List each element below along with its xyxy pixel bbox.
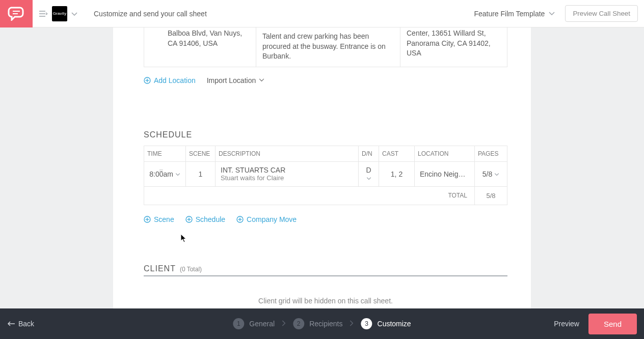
location-cell[interactable]: Encino Neighborhood <box>415 161 475 186</box>
add-schedule-label: Schedule <box>196 215 225 223</box>
project-badge: Gravity <box>52 6 67 21</box>
schedule-section: ≡ TIME SCENE DESCRIPTION D/N CAST LOCATI… <box>144 146 507 205</box>
schedule-table: TIME SCENE DESCRIPTION D/N CAST LOCATION… <box>144 146 507 205</box>
dn-cell[interactable]: D <box>359 161 379 186</box>
client-section-header: CLIENT (0 Total) <box>144 264 507 276</box>
time-cell[interactable]: 8:00am <box>144 161 186 186</box>
table-row[interactable]: 1 Lake Balboa/Anthony C. Beilenson Park,… <box>144 27 507 67</box>
step-number: 1 <box>233 318 244 329</box>
send-button[interactable]: Send <box>588 314 637 334</box>
sidebar-toggle-icon <box>39 10 48 17</box>
drag-handle-icon[interactable]: ≡ <box>159 169 163 173</box>
parking-note: Talent and crew parking has been procure… <box>262 32 394 62</box>
table-row[interactable]: 8:00am 1 INT. STUARTS CAR Stuart waits f… <box>144 161 507 186</box>
parking-title: Balboa Blvd. & Burbank Blvd., United Sta… <box>262 27 394 29</box>
dn-value: D <box>366 166 371 174</box>
location-actions: Add Location Import Location <box>144 76 507 84</box>
main-content: ≡ 1 Lake Balboa/Anthony C. Beilenson Par… <box>0 27 644 308</box>
location-address: Lake Balboa/Anthony C. Beilenson Park, 6… <box>168 27 250 48</box>
col-scene: SCENE <box>186 146 216 161</box>
col-cast: CAST <box>379 146 415 161</box>
top-bar: Gravity Customize and send your call she… <box>0 0 644 27</box>
step-customize[interactable]: 3 Customize <box>361 318 411 329</box>
cast-cell[interactable]: 1, 2 <box>379 161 415 186</box>
preview-button[interactable]: Preview <box>554 320 579 328</box>
add-location-label: Add Location <box>154 76 196 84</box>
description-sub: Stuart waits for Claire <box>221 174 353 182</box>
description-cell[interactable]: INT. STUARTS CAR Stuart waits for Claire <box>216 161 359 186</box>
project-selector[interactable]: Gravity <box>33 6 84 21</box>
pages-value: 5/8 <box>482 170 492 178</box>
step-label: Customize <box>378 320 411 328</box>
page-title: Customize and send your call sheet <box>94 10 207 18</box>
chevron-down-icon <box>259 78 264 82</box>
back-label: Back <box>18 320 34 328</box>
arrow-left-icon <box>7 321 15 326</box>
col-time: TIME <box>144 146 186 161</box>
total-label: TOTAL <box>144 186 475 205</box>
template-dropdown[interactable]: Feature Film Template <box>474 10 555 18</box>
step-number: 3 <box>361 318 372 329</box>
call-sheet-paper: ≡ 1 Lake Balboa/Anthony C. Beilenson Par… <box>113 27 531 308</box>
chevron-down-icon <box>494 173 499 176</box>
schedule-total-row: TOTAL 5/8 <box>144 186 507 205</box>
chevron-down-icon <box>549 12 555 16</box>
total-value: 5/8 <box>475 186 507 205</box>
location-row-wrap: ≡ 1 Lake Balboa/Anthony C. Beilenson Par… <box>144 27 507 67</box>
add-company-move-button[interactable]: Company Move <box>236 215 297 223</box>
chevron-right-icon <box>350 320 354 328</box>
col-location: LOCATION <box>415 146 475 161</box>
logo-icon <box>8 7 25 21</box>
table-header-row: TIME SCENE DESCRIPTION D/N CAST LOCATION… <box>144 146 507 161</box>
client-empty-message: Client grid will be hidden on this call … <box>144 297 507 305</box>
plus-circle-icon <box>144 216 151 223</box>
pages-cell[interactable]: 5/8 <box>475 161 507 186</box>
chevron-down-icon <box>366 177 371 180</box>
location-parking-cell[interactable]: Balboa Blvd. & Burbank Blvd., United Sta… <box>256 27 400 67</box>
location-hospital-cell[interactable]: Kaiser Permanente Panorama City Medical … <box>400 27 507 67</box>
chevron-down-icon <box>175 173 180 176</box>
client-count: (0 Total) <box>180 266 202 273</box>
plus-circle-icon <box>236 216 244 223</box>
description-title: INT. STUARTS CAR <box>221 166 353 174</box>
col-description: DESCRIPTION <box>216 146 359 161</box>
step-number: 2 <box>293 318 304 329</box>
preview-call-sheet-button[interactable]: Preview Call Sheet <box>565 5 638 22</box>
col-pages: PAGES <box>475 146 507 161</box>
step-general[interactable]: 1 General <box>233 318 275 329</box>
hospital-address: Kaiser Permanente Panorama City Medical … <box>407 27 491 57</box>
add-location-button[interactable]: Add Location <box>144 76 196 84</box>
client-title: CLIENT <box>144 264 176 273</box>
app-logo[interactable] <box>0 0 33 27</box>
add-scene-button[interactable]: Scene <box>144 215 174 223</box>
scene-cell[interactable]: 1 <box>186 161 216 186</box>
add-company-move-label: Company Move <box>247 215 297 223</box>
import-location-label: Import Location <box>207 76 256 84</box>
back-button[interactable]: Back <box>7 320 34 328</box>
import-location-button[interactable]: Import Location <box>207 76 265 84</box>
chevron-down-icon <box>71 10 77 18</box>
template-label: Feature Film Template <box>474 10 545 18</box>
plus-circle-icon <box>144 77 151 84</box>
schedule-title: SCHEDULE <box>144 130 507 139</box>
locations-table: 1 Lake Balboa/Anthony C. Beilenson Park,… <box>144 27 507 67</box>
bottom-bar: Back 1 General 2 Recipients 3 Customize … <box>0 308 644 339</box>
plus-circle-icon <box>185 216 193 223</box>
schedule-actions: Scene Schedule Company Move <box>144 215 507 223</box>
step-breadcrumbs: 1 General 2 Recipients 3 Customize <box>233 318 411 329</box>
step-label: Recipients <box>309 320 342 328</box>
step-label: General <box>249 320 275 328</box>
chevron-right-icon <box>282 320 286 328</box>
location-address-cell[interactable]: 1 Lake Balboa/Anthony C. Beilenson Park,… <box>144 27 256 67</box>
add-schedule-button[interactable]: Schedule <box>185 215 225 223</box>
add-scene-label: Scene <box>154 215 174 223</box>
step-recipients[interactable]: 2 Recipients <box>293 318 342 329</box>
col-dn: D/N <box>359 146 379 161</box>
